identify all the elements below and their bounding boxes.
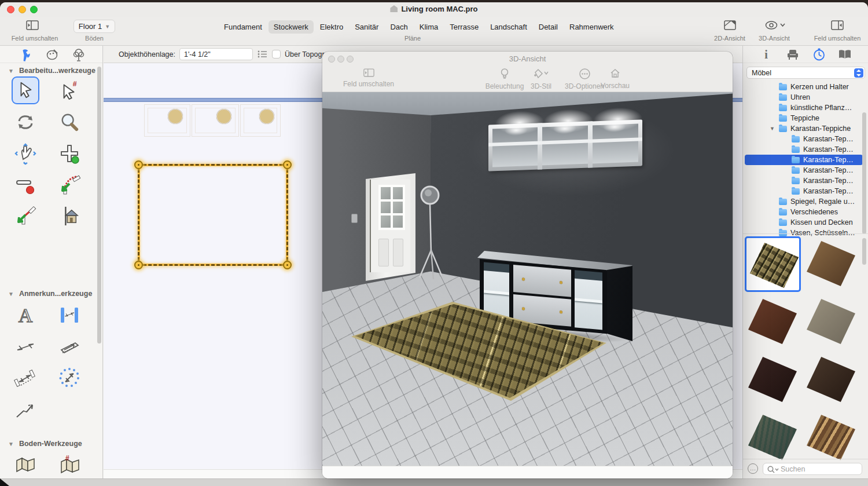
tab-detail[interactable]: Detail <box>534 20 563 34</box>
tree-item[interactable]: Verschiedenes <box>743 207 865 217</box>
text-annotation-tool[interactable]: A <box>12 301 39 329</box>
tab-landschaft[interactable]: Landschaft <box>485 20 532 34</box>
rotate-tool[interactable] <box>12 108 39 136</box>
tab-klima[interactable]: Klima <box>414 20 444 34</box>
tree-item-selected[interactable]: Karastan-Tep… <box>745 155 863 165</box>
tree-item[interactable]: Karastan-Tep… <box>743 165 865 176</box>
wall-tool[interactable] <box>12 451 39 479</box>
section-floor-tools[interactable]: ▼Boden-Werkzeuge <box>8 440 82 448</box>
tree-item[interactable]: Uhren <box>743 92 865 103</box>
more-options-button[interactable]: … <box>748 463 758 474</box>
2d-view-icon <box>724 20 736 30</box>
tab-rahmenwerk[interactable]: Rahmenwerk <box>564 20 619 34</box>
tree-item[interactable]: Spiegel, Regale u… <box>743 196 865 207</box>
tree-item[interactable]: Teppiche <box>743 113 865 123</box>
carpet-thumbnail[interactable] <box>745 352 801 408</box>
floor-selector-button[interactable]: Floor 1▼ <box>73 20 115 33</box>
carpet-thumbnail-selected[interactable] <box>745 236 801 292</box>
build-tools-tab-icon[interactable] <box>20 49 32 61</box>
wall-type-tool[interactable]: # <box>56 451 83 479</box>
cabinet-plan-outline[interactable] <box>192 104 239 137</box>
carpet-thumbnail[interactable] <box>803 236 859 292</box>
3d-window-titlebar[interactable]: 3D-Ansicht <box>322 52 733 67</box>
search-input[interactable] <box>781 464 859 474</box>
section-annotation-tools[interactable]: ▼Anmerkun...erkzeuge <box>8 290 92 298</box>
toggle-left-panel-label: Feld umschalten <box>3 35 67 42</box>
tree-item[interactable]: Karastan-Tep… <box>743 186 865 196</box>
tree-item[interactable]: Karastan-Tep… <box>743 144 865 155</box>
toggle-left-panel-button[interactable] <box>26 20 39 30</box>
3d-viewport[interactable] <box>322 92 733 466</box>
object-elevation-input[interactable] <box>179 48 253 60</box>
3d-view-window[interactable]: 3D-Ansicht Feld umschalten Beleuchtung <box>322 52 733 478</box>
history-tab-icon[interactable] <box>813 48 825 61</box>
tab-terrasse[interactable]: Terrasse <box>444 20 484 34</box>
folder-icon <box>792 136 800 142</box>
tree-item[interactable]: künstliche Pflanz… <box>743 103 865 113</box>
library-tab-icon[interactable] <box>838 49 852 60</box>
panel-toggle-left-icon <box>26 20 39 30</box>
tree-item[interactable]: Kissen und Decken <box>743 217 865 228</box>
tree-item[interactable]: Karastan-Tep… <box>743 176 865 186</box>
building-properties-tool[interactable] <box>56 202 83 230</box>
select-similar-tool[interactable]: # <box>56 76 83 104</box>
object-elevation-label: Objekthöhenlage: <box>119 50 175 59</box>
above-topography-checkbox[interactable] <box>272 50 281 59</box>
leader-arrow-tool[interactable] <box>12 396 39 423</box>
carpet-thumbnail[interactable] <box>745 410 801 466</box>
dimension-tool[interactable] <box>56 301 83 329</box>
3d-style-button[interactable]: 3D-Stil <box>524 68 558 90</box>
rotate-arrows-icon <box>15 114 36 131</box>
carpet-thumbnail[interactable] <box>803 410 859 466</box>
curved-corner-tool[interactable] <box>56 171 83 199</box>
tree-item[interactable]: Karastan-Tep… <box>743 134 865 144</box>
plan-tabs: Fundament Stockwerk Elektro Sanitär Dach… <box>219 20 619 34</box>
3d-toggle-panel-button[interactable]: Feld umschalten <box>328 68 409 88</box>
remove-segment-tool[interactable] <box>12 171 39 199</box>
furniture-tab-icon[interactable] <box>786 49 799 60</box>
carpet-preview <box>807 415 855 460</box>
3d-view-button[interactable] <box>765 21 785 30</box>
tab-stockwerk[interactable]: Stockwerk <box>269 20 314 34</box>
lighting-button[interactable]: Beleuchtung <box>481 68 528 90</box>
cabinet-plan-outline[interactable] <box>240 104 281 137</box>
plants-tab-icon[interactable] <box>72 48 85 61</box>
tab-fundament[interactable]: Fundament <box>219 20 267 34</box>
search-field[interactable] <box>763 463 862 475</box>
elevation-dimension-tool[interactable] <box>56 332 83 360</box>
corner-handle-top-left[interactable] <box>134 160 143 169</box>
tree-scrollbar[interactable] <box>862 112 866 234</box>
left-panel-scrollbar[interactable] <box>97 67 101 344</box>
toggle-right-panel-button[interactable] <box>831 20 844 30</box>
cabinet-plan-outline[interactable] <box>144 104 190 137</box>
materials-tab-icon[interactable] <box>46 49 58 61</box>
zoom-tool[interactable] <box>56 108 83 136</box>
preview-button[interactable]: Vorschau <box>596 68 634 90</box>
wall-dimension-tool[interactable] <box>12 364 39 392</box>
corner-handle-bottom-left[interactable] <box>134 261 143 269</box>
tab-elektro[interactable]: Elektro <box>315 20 348 34</box>
selected-room-rectangle[interactable] <box>138 164 288 266</box>
2d-view-button[interactable] <box>724 20 736 30</box>
corner-handle-top-right[interactable] <box>283 160 292 169</box>
straight-corner-tool[interactable] <box>12 202 39 230</box>
carpet-thumbnail[interactable] <box>803 352 859 408</box>
select-tool[interactable] <box>12 76 39 104</box>
linear-dimension-tool[interactable] <box>12 332 39 360</box>
add-point-tool[interactable] <box>56 140 83 167</box>
tree-item[interactable]: Kerzen und Halter <box>743 82 865 92</box>
pan-tool[interactable] <box>12 140 39 167</box>
info-tab-icon[interactable]: i <box>763 49 769 60</box>
carpet-thumbnail[interactable] <box>803 294 859 350</box>
category-select[interactable]: Möbel <box>746 67 865 79</box>
tab-dach[interactable]: Dach <box>385 20 413 34</box>
carpet-thumbnail[interactable] <box>745 294 801 350</box>
list-icon[interactable] <box>258 50 267 59</box>
thumbnails-scrollbar[interactable] <box>862 238 866 265</box>
tab-sanitaer[interactable]: Sanitär <box>350 20 384 34</box>
section-editing-tools[interactable]: ▼Bearbeitu...werkzeuge <box>8 67 95 75</box>
resize-area-tool[interactable] <box>56 364 83 392</box>
tree-item-expanded[interactable]: ▼Karastan-Teppiche <box>743 123 865 134</box>
tree-expand-chevron-icon[interactable]: ▼ <box>770 126 775 131</box>
corner-handle-bottom-right[interactable] <box>283 261 292 269</box>
